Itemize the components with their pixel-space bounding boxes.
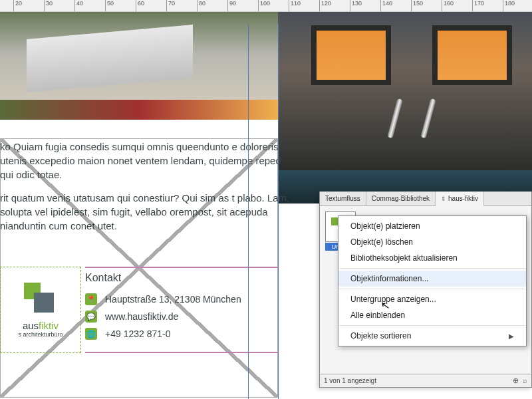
horizontal-ruler: 20 30 40 50 60 70 80 90 100 110 120 130 … <box>0 0 532 12</box>
contact-website: www.hausfiktiv.de <box>105 311 178 322</box>
tab-haus-fiktiv[interactable]: ⇕haus-fiktiv <box>436 192 484 206</box>
vertical-guide[interactable] <box>248 24 249 399</box>
logo-subtitle: s architekturbüro <box>18 331 63 338</box>
ruler-tick: 50 <box>105 0 114 11</box>
chat-icon: 💬 <box>85 311 97 323</box>
find-icon[interactable]: ⌕ <box>523 376 527 385</box>
panel-status-bar: 1 von 1 angezeigt ⊕ ⌕ <box>320 374 531 387</box>
ruler-tick: 70 <box>166 0 175 11</box>
ruler-tick: 160 <box>442 0 454 11</box>
contact-row-address: 📍 Hauptstraße 13, 21308 München <box>85 291 278 308</box>
paragraph: rit quatum venis utatusam qui conestiur?… <box>0 191 293 233</box>
context-menu-item[interactable]: Objekte sortieren▶ <box>338 328 526 344</box>
tab-commag-bibliothek[interactable]: Commag-Bibliothek <box>366 192 436 205</box>
context-menu-item[interactable]: Objektinformationen... <box>338 271 526 287</box>
contact-phone: +49 1232 871-0 <box>105 329 170 339</box>
ruler-tick: 140 <box>380 0 392 11</box>
context-menu-item[interactable]: Objekt(e) löschen <box>338 234 526 250</box>
ruler-tick: 120 <box>319 0 331 11</box>
logo-mark-icon <box>21 283 61 316</box>
updown-icon: ⇕ <box>441 196 446 202</box>
ruler-tick: 100 <box>258 0 270 11</box>
status-icons: ⊕ ⌕ <box>513 376 527 385</box>
ruler-tick: 150 <box>411 0 423 11</box>
ruler-tick: 180 <box>503 0 515 11</box>
ruler-tick: 90 <box>227 0 236 11</box>
context-menu-item[interactable]: Bibliotheksobjekt aktualisieren <box>338 250 526 266</box>
placed-image-house-exterior[interactable] <box>0 12 278 120</box>
ruler-tick: 80 <box>197 0 205 11</box>
image-detail <box>311 25 391 85</box>
contact-row-phone: 🌐 +49 1232 871-0 <box>85 325 278 342</box>
menu-separator <box>339 289 525 289</box>
logo-frame[interactable]: ausfiktiv s architekturbüro <box>0 267 81 353</box>
ruler-tick: 110 <box>289 0 301 11</box>
ruler-tick: 40 <box>74 0 83 11</box>
ruler-tick: 60 <box>136 0 144 11</box>
pin-icon: 📍 <box>85 293 97 305</box>
contact-block[interactable]: Kontakt 📍 Hauptstraße 13, 21308 München … <box>85 267 278 353</box>
ruler-tick: 30 <box>44 0 53 11</box>
paragraph: ko Quiam fugia consedis sumqui omnis que… <box>0 140 293 182</box>
vertical-guide[interactable] <box>278 24 279 399</box>
image-detail <box>386 98 466 152</box>
context-menu-item[interactable]: Alle einblenden <box>338 307 526 323</box>
ruler-tick: 20 <box>13 0 22 11</box>
context-menu[interactable]: Objekt(e) platzierenObjekt(e) löschenBib… <box>338 215 527 346</box>
placed-image-pool-interior[interactable] <box>278 12 532 203</box>
contact-row-website: 💬 www.hausfiktiv.de <box>85 308 278 325</box>
panel-tabs: Textumfluss Commag-Bibliothek ⇕haus-fikt… <box>320 192 531 206</box>
contact-address: Hauptstraße 13, 21308 München <box>105 294 241 305</box>
menu-separator <box>339 325 525 326</box>
context-menu-item[interactable]: Objekt(e) platzieren <box>338 218 526 234</box>
link-icon[interactable]: ⊕ <box>513 376 519 385</box>
body-text-block[interactable]: ko Quiam fugia consedis sumqui omnis que… <box>0 140 293 242</box>
status-text: 1 von 1 angezeigt <box>324 377 376 384</box>
submenu-arrow-icon: ▶ <box>509 332 514 340</box>
image-detail <box>432 25 512 85</box>
context-menu-item[interactable]: Untergruppe anzeigen... <box>338 291 526 307</box>
logo-name: ausfiktiv <box>23 320 59 331</box>
tab-textumfluss[interactable]: Textumfluss <box>320 192 366 205</box>
ruler-tick: 170 <box>472 0 484 11</box>
contact-heading: Kontakt <box>85 268 278 291</box>
globe-icon: 🌐 <box>85 328 97 340</box>
menu-separator <box>339 268 525 269</box>
ruler-tick: 130 <box>350 0 362 11</box>
